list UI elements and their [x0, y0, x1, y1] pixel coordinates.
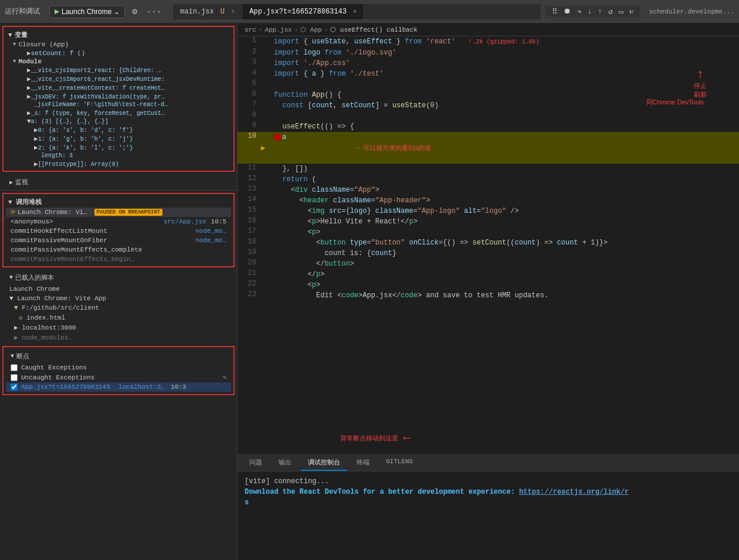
callstack-func-0: Launch Chrome: Vi…: [18, 209, 87, 216]
launch-chrome-button[interactable]: ▶ Launch Chrome ⌄: [49, 5, 125, 18]
gear-icon[interactable]: ⚙: [130, 5, 139, 18]
ln-18: 18: [238, 237, 261, 248]
bp-app-jsx[interactable]: App.jsx?t=1665278863143 localhost:3… 10:…: [6, 382, 231, 392]
a-array-value: a: (3) [{…}, {…}, {…}]: [31, 118, 109, 125]
jsx-dev-row[interactable]: ▶ _jsxDEV: f jsxWithValidation(type, pr…: [13, 92, 231, 101]
code-content-8: [272, 111, 739, 121]
tab-app-jsx[interactable]: App.jsx?t=1665278863143 ×: [242, 4, 364, 19]
ln-8: 8: [238, 111, 261, 121]
callstack-item-1[interactable]: <anonymous> src/App.jsx 10:5: [6, 217, 231, 226]
main-layout: ▼ 变量 ▼ Closure (App) ▶ setCount: f () ▼ …: [0, 23, 739, 560]
s-func-row[interactable]: ▶ _s: f (type, key, forceReset, getCust…: [13, 108, 231, 117]
vite-import2-row[interactable]: ▶ __vite_cjsImport2_react: {Children: …: [13, 66, 231, 74]
a0-row[interactable]: ▶ 0: {a: 's', b: 'd', c: 'f'}: [13, 125, 231, 134]
vitehot-value: __vite__createHotContext: f createHot…: [31, 85, 165, 91]
module-arrow: ▼: [13, 59, 16, 65]
code-overlay: 1 import { useState, useEffect } from 'r…: [238, 36, 739, 454]
scheduler-tab[interactable]: scheduler.developme...: [649, 8, 734, 15]
bp-uncaught[interactable]: Uncaught Exceptions ✎: [6, 372, 231, 382]
ln-10: 10: [238, 132, 261, 164]
module-header[interactable]: ▼ Module: [13, 57, 231, 66]
prototype-row[interactable]: ▶ [[Prototype]]: Array(0): [13, 159, 231, 168]
callstack-item-4[interactable]: commitPassiveMountEffects_complete: [6, 245, 231, 254]
console-download: Download the React DevTools for a better…: [245, 487, 732, 497]
script-node-modules[interactable]: ▶ node_modules…: [5, 332, 232, 342]
script-github-src[interactable]: ▼ F:/github/src/client: [5, 303, 232, 313]
code-line-20: 20 </button>: [238, 259, 739, 269]
callstack-item-3[interactable]: commitPassiveMountOnFiber node_mo…: [6, 236, 231, 245]
vite6-value: __vite_cjsImport6_react_jsxDevRuntime:: [31, 76, 165, 83]
watch-header[interactable]: ▶ 监视: [5, 175, 232, 189]
a-array-row[interactable]: ▼ a: (3) [{…}, {…}, {…}]: [13, 117, 231, 125]
callstack-item-0[interactable]: ⟳ Launch Chrome: Vi… PAUSED ON BREAKPOIN…: [6, 208, 231, 217]
more-icon[interactable]: ···: [144, 6, 164, 18]
variables-title[interactable]: ▼ 变量: [6, 29, 231, 40]
code-content-1: import { useState, useEffect } from 'rea…: [272, 36, 739, 47]
code-line-18: 18 <button type="button" onClick={() => …: [238, 237, 739, 248]
vite-import6-row[interactable]: ▶ __vite_cjsImport6_react_jsxDevRuntime:: [13, 74, 231, 83]
loaded-scripts-header[interactable]: ▼ 已载入的脚本: [5, 271, 232, 284]
restart-icon[interactable]: ↺: [606, 6, 615, 18]
code-content-21: </p>: [272, 269, 739, 280]
callstack-arrow: ▼: [8, 199, 12, 206]
watch-section: ▶ 监视: [0, 174, 237, 191]
a1-row[interactable]: ▶ 1: {a: 'g', b: 'h', c: 'j'}: [13, 134, 231, 143]
edit-icon[interactable]: ✎: [222, 374, 226, 381]
bp-uncaught-checkbox[interactable]: [11, 374, 18, 381]
script-arrow-5: ▶: [14, 334, 22, 341]
script-index-html[interactable]: ◇ index.html: [5, 313, 232, 323]
setcount-row[interactable]: ▶ setCount: f (): [13, 49, 231, 57]
ln-20: 20: [238, 259, 261, 269]
step-out-icon[interactable]: ↑: [596, 6, 604, 17]
breakpoints-header[interactable]: ▼ 断点: [6, 349, 231, 363]
ln-17: 17: [238, 227, 261, 237]
code-area[interactable]: 1 import { useState, useEffect } from 'r…: [238, 36, 739, 454]
script-launch-vite[interactable]: ▼ Launch Chrome: Vite App: [5, 294, 232, 303]
breadcrumb-sep-2: ›: [294, 26, 299, 33]
code-line-22: 22 <p>: [238, 280, 739, 290]
callstack-item-2[interactable]: commitHookEffectListMount node_mo…: [6, 226, 231, 236]
variables-section: ▼ 变量 ▼ Closure (App) ▶ setCount: f () ▼ …: [2, 26, 235, 172]
tab-main-jsx[interactable]: main.jsx U ×: [173, 4, 242, 19]
variables-collapse-icon[interactable]: ▼: [8, 32, 12, 39]
closure-header[interactable]: ▼ Closure (App): [13, 40, 231, 49]
callstack-item-5[interactable]: commitPassiveMountEffects_begin…: [6, 254, 231, 264]
code-line-2: 2 import logo from './logo.svg': [238, 47, 739, 58]
step-into-icon[interactable]: ↓: [585, 6, 594, 17]
bp-caught-label: Caught Exceptions: [21, 364, 87, 371]
u-icon[interactable]: ᵾ: [628, 6, 635, 17]
script-launch-chrome[interactable]: Launch Chrome: [5, 284, 232, 294]
breadcrumb-src: src: [245, 26, 256, 33]
step-over-icon[interactable]: ↷: [575, 6, 584, 18]
tab-gitlens[interactable]: GITLENS: [379, 455, 420, 471]
debug-arrow-21: [261, 269, 272, 280]
callstack-func-2: commitHookEffectListMount: [11, 228, 107, 235]
stop-square-icon[interactable]: ▭: [617, 6, 625, 18]
a2-row[interactable]: ▶ 2: {a: 'k', b: 'l', c: ';'}: [13, 143, 231, 152]
bp-caught[interactable]: Caught Exceptions: [6, 363, 231, 372]
code-line-1: 1 import { useState, useEffect } from 'r…: [238, 36, 739, 47]
record-icon[interactable]: ⏺: [562, 6, 573, 17]
vite-hot-row[interactable]: ▶ __vite__createHotContext: f createHot…: [13, 83, 231, 92]
code-line-10: 10 ▶ ●a ← 可以很方便的看到a的值: [238, 132, 739, 164]
grid-icon[interactable]: ⠿: [550, 6, 560, 18]
debug-arrow-20: [261, 259, 272, 269]
callstack-title[interactable]: ▼ 调用堆栈: [6, 196, 231, 208]
script-localhost[interactable]: ▶ localhost:3000: [5, 323, 232, 332]
tab-terminal[interactable]: 终端: [350, 455, 377, 471]
code-content-20: </button>: [272, 259, 739, 269]
tab-debug-console[interactable]: 调试控制台: [301, 455, 347, 471]
bp-app-jsx-checkbox[interactable]: [11, 383, 18, 391]
tab-output[interactable]: 输出: [272, 455, 299, 471]
closure-group: ▼ Closure (App) ▶ setCount: f (): [6, 40, 231, 57]
console-link[interactable]: https://reactjs.org/link/r: [519, 488, 629, 496]
ln-14: 14: [238, 195, 261, 206]
debug-arrow-1: [261, 36, 272, 47]
bp-localhost: localhost:3…: [118, 383, 165, 391]
ln-15: 15: [238, 206, 261, 216]
bp-caught-checkbox[interactable]: [11, 364, 18, 371]
tab-problems[interactable]: 问题: [242, 455, 269, 471]
jsxdev-value: _jsxDEV: f jsxWithValidation(type, pr…: [31, 94, 165, 100]
code-content-11: }, []): [272, 164, 739, 174]
loaded-scripts-label: 已载入的脚本: [15, 273, 54, 282]
